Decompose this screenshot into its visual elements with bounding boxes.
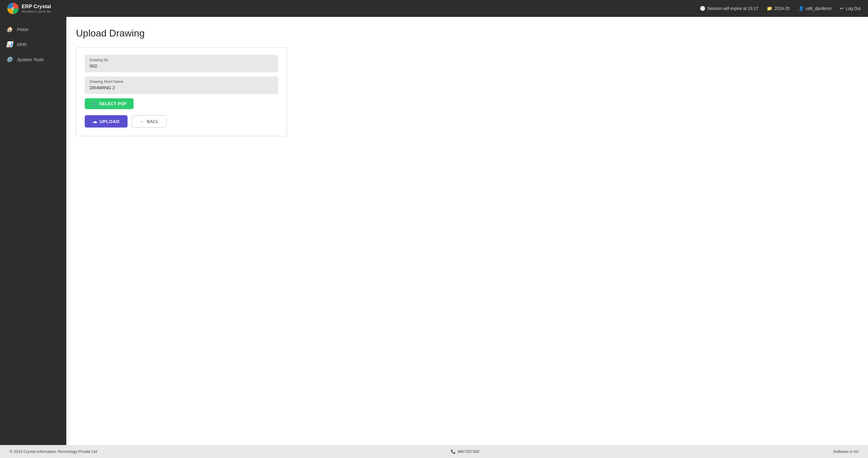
select-pdf-button[interactable]: 📎 SELECT PDF [85,98,133,109]
drawing-no-input[interactable] [90,63,274,68]
drawing-no-field: Drawing No [85,55,278,72]
session-info: 🕐 Session will expire at 19:17 [700,6,758,11]
sidebar-item-system-tools-label: System Tools [17,57,44,62]
page-title: Upload Drawing [76,28,858,39]
action-buttons: ☁ UPLOAD ← BACL [85,115,278,127]
paperclip-icon: 📎 [91,101,97,106]
drawing-short-name-label: Drawing Short Name [90,80,274,84]
header: E ERP Crystal the best is yet to be.. 🕐 … [0,0,868,17]
footer-copyright: © 2024 Crystal Information Technology Pr… [10,449,97,454]
sidebar-item-system-tools[interactable]: ⚙️ System Tools [0,52,66,67]
upload-label: UPLOAD [100,119,120,124]
footer-phone-number: 9867357300 [457,449,479,454]
logout-icon: ↩ [840,6,844,11]
bar-chart-icon: 📊 [6,41,13,48]
form-card: Drawing No Drawing Short Name 📎 SELECT P… [76,47,287,136]
back-label: BACL [147,119,159,124]
sidebar-item-dpr[interactable]: 📊 DPR [0,37,66,52]
drawing-no-label: Drawing No [90,58,274,62]
arrow-left-icon: ← [140,119,145,124]
drawing-short-name-field: Drawing Short Name [85,77,278,94]
logo-area: E ERP Crystal the best is yet to be.. [7,3,53,14]
year-info: 📁 2024-25 [767,6,789,11]
logo-text: ERP Crystal the best is yet to be.. [22,4,53,13]
footer: © 2024 Crystal Information Technology Pr… [0,445,868,458]
clock-icon: 🕐 [700,6,706,11]
user-info: 👤 udit_dprdemo [798,6,832,11]
footer-phone: 📞 9867357300 [451,449,479,454]
year-label: 2024-25 [774,6,789,11]
gear-icon: ⚙️ [6,56,13,63]
home-icon: 🏠 [6,26,13,33]
logo-icon: E [7,3,19,14]
main-content: Upload Drawing Drawing No Drawing Short … [66,17,868,445]
phone-icon: 📞 [451,449,456,454]
sidebar-item-prism-label: Prism [17,27,28,32]
upload-button[interactable]: ☁ UPLOAD [85,115,127,127]
layout: 🏠 Prism 📊 DPR ⚙️ System Tools Upload Dra… [0,17,868,445]
sidebar-item-prism[interactable]: 🏠 Prism [0,22,66,37]
user-label: udit_dprdemo [806,6,832,11]
calendar-icon: 📁 [767,6,772,11]
logout-label: Log Out [846,6,861,11]
drawing-short-name-input[interactable] [90,85,274,90]
app-title: ERP Crystal [22,4,53,10]
cloud-upload-icon: ☁ [93,119,97,124]
back-button[interactable]: ← BACL [132,115,167,127]
session-label: Session will expire at 19:17 [707,6,758,11]
sidebar-item-dpr-label: DPR [17,42,27,47]
sidebar: 🏠 Prism 📊 DPR ⚙️ System Tools [0,17,66,445]
logout-button[interactable]: ↩ Log Out [840,6,861,11]
select-pdf-label: SELECT PDF [99,101,127,106]
user-icon: 👤 [798,6,804,11]
app-subtitle: the best is yet to be.. [22,10,53,13]
header-right: 🕐 Session will expire at 19:17 📁 2024-25… [700,6,861,11]
footer-tagline: Software is Art [833,449,858,454]
